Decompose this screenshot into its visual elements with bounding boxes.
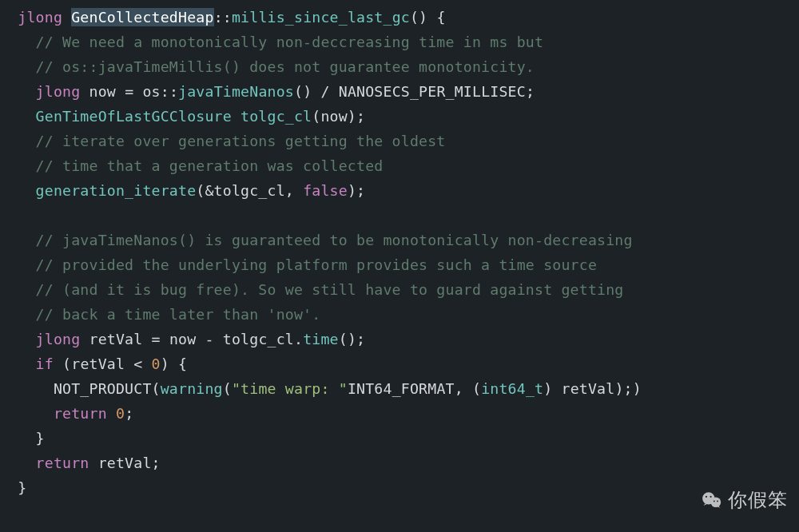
svg-point-4 [714, 500, 715, 502]
comment: // time that a generation was collected [36, 157, 384, 174]
keyword: false [303, 182, 348, 199]
operator: = [125, 83, 133, 100]
brace: } [36, 430, 45, 447]
watermark: 你假笨 [701, 487, 788, 513]
punct: () / [294, 83, 339, 100]
svg-point-1 [711, 498, 721, 508]
keyword: if [36, 355, 54, 372]
identifier: now [89, 83, 116, 100]
scope-op: :: [214, 9, 232, 26]
function-call: javaTimeNanos [178, 83, 294, 100]
punct: (); [339, 331, 365, 347]
comment: // We need a monotonically non-deccreasi… [36, 34, 544, 50]
punct: ) retVal);) [543, 380, 642, 397]
comment: // javaTimeNanos() is guaranteed to be m… [36, 232, 633, 248]
semicolon: ; [125, 405, 133, 422]
string-literal: "time warp: " [232, 380, 348, 397]
svg-point-2 [706, 496, 707, 498]
operator: - [205, 331, 214, 347]
scope-op: :: [161, 83, 178, 100]
function-call: warning [161, 380, 223, 397]
semicolon: ; [526, 83, 535, 100]
constant: INT64_FORMAT [348, 380, 455, 397]
punct: ( [152, 380, 161, 397]
identifier: retVal [89, 331, 143, 347]
keyword: jlong [18, 9, 62, 26]
function-call: generation_iterate [36, 182, 197, 199]
punct: , ( [455, 380, 481, 397]
operator: = [152, 331, 161, 347]
comment: // iterate over generations getting the … [36, 133, 446, 149]
method-call: time [303, 331, 339, 347]
code-block: jlong GenCollectedHeap::millis_since_las… [0, 0, 799, 500]
punct [142, 355, 151, 372]
svg-point-3 [710, 496, 711, 498]
punct: (retVal [62, 355, 133, 372]
semicolon: ; [152, 455, 161, 471]
comment: // os::javaTimeMillis() does not guarant… [36, 58, 535, 75]
keyword: jlong [36, 83, 81, 100]
comment: // (and it is bug free). So we still hav… [36, 281, 624, 298]
watermark-text: 你假笨 [728, 487, 788, 513]
punct: ); [348, 182, 365, 199]
number: 0 [152, 355, 161, 372]
identifier: tolgc_cl. [223, 331, 303, 347]
brace: } [18, 479, 26, 496]
svg-point-5 [717, 500, 718, 502]
identifier: retVal [98, 455, 152, 471]
keyword: jlong [36, 331, 81, 347]
comment: // provided the underlying platform prov… [36, 256, 597, 273]
identifier: now [169, 331, 196, 347]
punct: (now); [312, 108, 365, 125]
wechat-icon [701, 489, 723, 511]
keyword: return [54, 405, 107, 422]
macro: NOT_PRODUCT [54, 380, 152, 397]
function-name: millis_since_last_gc [232, 9, 410, 26]
comment: // back a time later than 'now'. [36, 306, 321, 323]
constructor-call: tolgc_cl [240, 108, 312, 125]
operator: < [133, 355, 142, 372]
type-name: int64_t [481, 380, 543, 397]
punct: (&tolgc_cl, [196, 182, 303, 199]
punct: () { [410, 9, 446, 26]
selected-class-name: GenCollectedHeap [71, 8, 213, 26]
punct: ( [223, 380, 232, 397]
number: 0 [116, 405, 125, 422]
punct: ) { [161, 355, 187, 372]
constant: NANOSECS_PER_MILLISEC [339, 83, 526, 100]
type-name: GenTimeOfLastGCClosure [36, 108, 232, 125]
keyword: return [36, 455, 89, 471]
namespace: os [142, 83, 160, 100]
